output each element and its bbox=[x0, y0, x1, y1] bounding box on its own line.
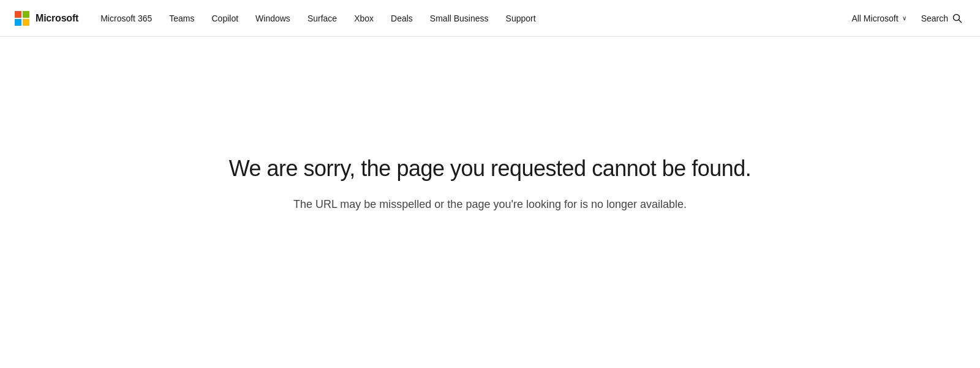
header-right: All Microsoft ∨ Search bbox=[849, 8, 965, 29]
svg-line-1 bbox=[959, 20, 961, 22]
error-subtext: The URL may be misspelled or the page yo… bbox=[293, 196, 687, 213]
main-content: We are sorry, the page you requested can… bbox=[0, 37, 980, 331]
all-microsoft-label: All Microsoft bbox=[851, 13, 898, 23]
primary-nav: Microsoft 365TeamsCopilotWindowsSurfaceX… bbox=[93, 9, 849, 28]
nav-item-copilot[interactable]: Copilot bbox=[204, 9, 246, 28]
logo-cell-yellow bbox=[23, 19, 29, 26]
search-button[interactable]: Search bbox=[919, 8, 965, 29]
site-header: Microsoft Microsoft 365TeamsCopilotWindo… bbox=[0, 0, 980, 37]
error-heading: We are sorry, the page you requested can… bbox=[229, 155, 752, 182]
logo-cell-green bbox=[23, 11, 29, 18]
logo-text: Microsoft bbox=[36, 13, 78, 24]
chevron-down-icon: ∨ bbox=[902, 15, 907, 21]
nav-item-deals[interactable]: Deals bbox=[383, 9, 420, 28]
nav-item-support[interactable]: Support bbox=[499, 9, 543, 28]
microsoft-logo-icon bbox=[15, 11, 29, 26]
nav-item-surface[interactable]: Surface bbox=[300, 9, 344, 28]
nav-item-windows[interactable]: Windows bbox=[248, 9, 298, 28]
logo-area[interactable]: Microsoft bbox=[15, 11, 78, 26]
nav-item-microsoft-365[interactable]: Microsoft 365 bbox=[93, 9, 159, 28]
search-icon bbox=[952, 13, 963, 24]
nav-item-small-business[interactable]: Small Business bbox=[423, 9, 496, 28]
nav-item-xbox[interactable]: Xbox bbox=[347, 9, 381, 28]
all-microsoft-button[interactable]: All Microsoft ∨ bbox=[849, 9, 908, 28]
logo-cell-red bbox=[15, 11, 21, 18]
search-label: Search bbox=[921, 13, 948, 23]
nav-item-teams[interactable]: Teams bbox=[162, 9, 202, 28]
logo-cell-blue bbox=[15, 19, 21, 26]
